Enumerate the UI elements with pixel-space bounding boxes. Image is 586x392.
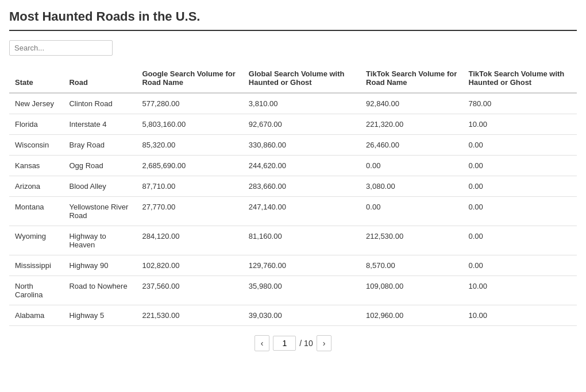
cell-tiktok_haunted: 780.00 xyxy=(462,93,577,114)
cell-tiktok_volume: 0.00 xyxy=(360,156,462,176)
cell-global_haunted: 330,860.00 xyxy=(243,135,360,156)
cell-google_volume: 85,320.00 xyxy=(136,135,242,156)
cell-global_haunted: 92,670.00 xyxy=(243,114,360,135)
col-header-road: Road xyxy=(63,65,136,93)
table-header-row: State Road Google Search Volume for Road… xyxy=(9,65,577,93)
cell-tiktok_haunted: 10.00 xyxy=(462,114,577,135)
cell-tiktok_haunted: 10.00 xyxy=(462,276,577,305)
pagination: ‹ / 10 › xyxy=(9,335,577,351)
col-header-state: State xyxy=(9,65,63,93)
table-row: MississippiHighway 90102,820.00129,760.0… xyxy=(9,255,577,276)
table-row: AlabamaHighway 5221,530.0039,030.00102,9… xyxy=(9,305,577,326)
cell-road: Road to Nowhere xyxy=(63,276,136,305)
cell-tiktok_volume: 92,840.00 xyxy=(360,93,462,114)
cell-tiktok_volume: 26,460.00 xyxy=(360,135,462,156)
cell-global_haunted: 35,980.00 xyxy=(243,276,360,305)
cell-google_volume: 2,685,690.00 xyxy=(136,156,242,176)
col-header-tiktok-volume: TikTok Search Volume for Road Name xyxy=(360,65,462,93)
cell-road: Highway 5 xyxy=(63,305,136,326)
cell-road: Interstate 4 xyxy=(63,114,136,135)
cell-state: Kansas xyxy=(9,156,63,176)
cell-road: Yellowstone River Road xyxy=(63,197,136,226)
cell-tiktok_volume: 3,080.00 xyxy=(360,176,462,197)
cell-google_volume: 577,280.00 xyxy=(136,93,242,114)
search-container xyxy=(9,40,577,56)
table-row: North CarolinaRoad to Nowhere237,560.003… xyxy=(9,276,577,305)
cell-tiktok_haunted: 0.00 xyxy=(462,255,577,276)
cell-tiktok_haunted: 10.00 xyxy=(462,305,577,326)
search-input[interactable] xyxy=(9,40,113,56)
prev-page-button[interactable]: ‹ xyxy=(255,335,270,351)
cell-tiktok_haunted: 0.00 xyxy=(462,135,577,156)
cell-tiktok_volume: 8,570.00 xyxy=(360,255,462,276)
table-row: FloridaInterstate 45,803,160.0092,670.00… xyxy=(9,114,577,135)
cell-state: New Jersey xyxy=(9,93,63,114)
cell-global_haunted: 247,140.00 xyxy=(243,197,360,226)
cell-global_haunted: 283,660.00 xyxy=(243,176,360,197)
cell-global_haunted: 81,160.00 xyxy=(243,226,360,255)
cell-road: Ogg Road xyxy=(63,156,136,176)
cell-tiktok_haunted: 0.00 xyxy=(462,197,577,226)
cell-road: Blood Alley xyxy=(63,176,136,197)
col-header-google-volume: Google Search Volume for Road Name xyxy=(136,65,242,93)
table-row: ArizonaBlood Alley87,710.00283,660.003,0… xyxy=(9,176,577,197)
col-header-global-haunted: Global Search Volume with Haunted or Gho… xyxy=(243,65,360,93)
cell-global_haunted: 3,810.00 xyxy=(243,93,360,114)
cell-global_haunted: 39,030.00 xyxy=(243,305,360,326)
cell-state: Wyoming xyxy=(9,226,63,255)
cell-state: Alabama xyxy=(9,305,63,326)
cell-road: Highway 90 xyxy=(63,255,136,276)
col-header-tiktok-haunted: TikTok Search Volume with Haunted or Gho… xyxy=(462,65,577,93)
next-page-button[interactable]: › xyxy=(317,335,332,351)
cell-state: Montana xyxy=(9,197,63,226)
cell-tiktok_volume: 212,530.00 xyxy=(360,226,462,255)
cell-state: Mississippi xyxy=(9,255,63,276)
cell-tiktok_haunted: 0.00 xyxy=(462,176,577,197)
table-row: WisconsinBray Road85,320.00330,860.0026,… xyxy=(9,135,577,156)
cell-tiktok_volume: 221,320.00 xyxy=(360,114,462,135)
cell-global_haunted: 244,620.00 xyxy=(243,156,360,176)
cell-google_volume: 87,710.00 xyxy=(136,176,242,197)
page-total: / 10 xyxy=(299,339,313,348)
cell-tiktok_volume: 109,080.00 xyxy=(360,276,462,305)
table-row: MontanaYellowstone River Road27,770.0024… xyxy=(9,197,577,226)
cell-tiktok_volume: 102,960.00 xyxy=(360,305,462,326)
table-row: New JerseyClinton Road577,280.003,810.00… xyxy=(9,93,577,114)
cell-google_volume: 27,770.00 xyxy=(136,197,242,226)
cell-road: Highway to Heaven xyxy=(63,226,136,255)
cell-state: North Carolina xyxy=(9,276,63,305)
cell-tiktok_haunted: 0.00 xyxy=(462,156,577,176)
page-title: Most Haunted Roads in the U.S. xyxy=(9,9,577,31)
cell-state: Arizona xyxy=(9,176,63,197)
table-row: KansasOgg Road2,685,690.00244,620.000.00… xyxy=(9,156,577,176)
cell-state: Florida xyxy=(9,114,63,135)
cell-google_volume: 221,530.00 xyxy=(136,305,242,326)
cell-google_volume: 5,803,160.00 xyxy=(136,114,242,135)
data-table: State Road Google Search Volume for Road… xyxy=(9,65,577,326)
cell-google_volume: 237,560.00 xyxy=(136,276,242,305)
cell-tiktok_haunted: 0.00 xyxy=(462,226,577,255)
cell-state: Wisconsin xyxy=(9,135,63,156)
cell-google_volume: 284,120.00 xyxy=(136,226,242,255)
cell-google_volume: 102,820.00 xyxy=(136,255,242,276)
cell-road: Clinton Road xyxy=(63,93,136,114)
cell-global_haunted: 129,760.00 xyxy=(243,255,360,276)
cell-road: Bray Road xyxy=(63,135,136,156)
cell-tiktok_volume: 0.00 xyxy=(360,197,462,226)
table-row: WyomingHighway to Heaven284,120.0081,160… xyxy=(9,226,577,255)
page-number-input[interactable] xyxy=(273,336,296,351)
